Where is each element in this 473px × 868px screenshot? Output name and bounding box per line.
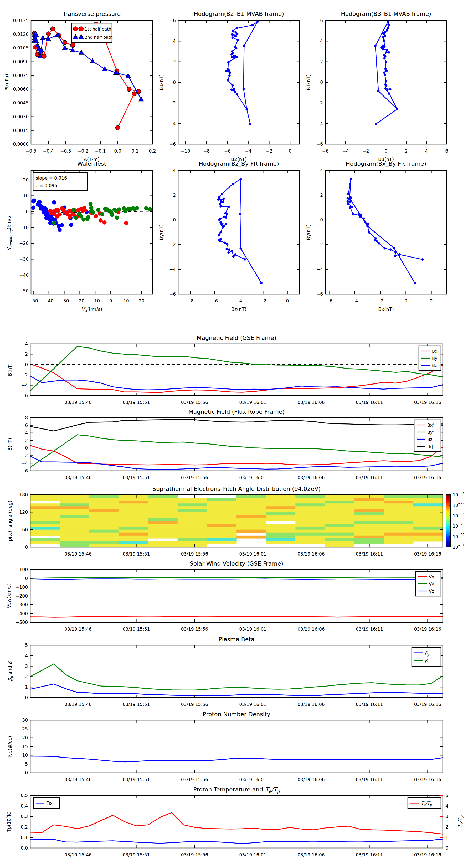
y-tick-label: −6 (169, 291, 176, 297)
y-tick-label: −6 (169, 142, 176, 147)
y-tick-label: 6 (320, 18, 323, 23)
legend: Bx'By'Bz'|B| (414, 420, 441, 452)
y-tick-label: 0.4 (21, 803, 28, 809)
y-axis-label: B(nT) (7, 363, 12, 376)
x-tick-label: 6 (445, 148, 448, 154)
x-tick-label: 03/19 16:11 (356, 400, 383, 405)
x-tick-label: 03/19 15:56 (181, 777, 208, 782)
colorbar-tick-label: 10−29 (453, 522, 465, 529)
axes-frame (30, 720, 443, 773)
y-tick-label: 3 (25, 663, 28, 669)
x-tick-label: −0.4 (43, 148, 54, 154)
y-tick-label: −2 (21, 453, 28, 458)
y-tick-label: −200 (15, 593, 28, 599)
y-tick-label: 180 (20, 492, 28, 497)
y-tick-label: 0.0000 (13, 142, 29, 147)
panel-title: Suprathermal Electrons Pitch Angle Distr… (153, 486, 320, 492)
x-tick-label: 2 (430, 298, 433, 304)
y-axis-label: pitch angle (deg) (7, 500, 12, 541)
panel-np: 03/19 15:4603/19 15:5103/19 15:5603/19 1… (7, 711, 443, 782)
y-tick-label: −300 (15, 602, 28, 607)
panel-title: WalenTest (77, 160, 106, 167)
legend-item-label: Vz (429, 589, 434, 594)
legend-item-label: |B| (427, 444, 433, 449)
panel-hodogram_bzby: −8−6−4−20−6−4−2024Hodogram(Bz_By FR fram… (159, 160, 300, 312)
y-tick-label: 10 (22, 752, 28, 758)
y-tick-label: 4 (320, 168, 323, 173)
x-tick-label: 03/19 15:46 (64, 551, 92, 557)
x-tick-label: −4 (351, 298, 358, 304)
y-tick-label: −6 (21, 468, 28, 473)
y-tick-label: −30 (19, 256, 29, 262)
x-tick-label: −0.2 (77, 148, 88, 154)
legend-item-label: Vx (429, 575, 434, 580)
x-tick-label: −2 (266, 148, 272, 154)
legend-item-label: Bx' (427, 423, 434, 428)
colorbar-tick-label: 10−26 (453, 491, 465, 497)
x-tick-label: 0 (286, 298, 289, 304)
panel-title: Magnetic Field (GSE Frame) (197, 335, 276, 341)
panel-title: Plasma Beta (218, 636, 255, 643)
y-axis-label: B1(nT) (306, 74, 311, 90)
y-tick-label: 100 (20, 567, 28, 572)
y-tick-label: 120 (20, 509, 28, 515)
panel-title: Magnetic Field (Flux Rope Frame) (189, 408, 284, 415)
y-tick-label-right: 3 (445, 814, 448, 819)
panel-title: Hodogram(Bz_By FR frame) (199, 160, 279, 167)
legend: βpβ (412, 647, 441, 666)
legend-item-label: Tp (46, 801, 52, 806)
legend-item-label: Bz (432, 363, 437, 368)
heatmap-cells (30, 495, 443, 547)
y-tick-label: 4 (25, 430, 28, 436)
x-tick-label: 03/19 16:06 (298, 852, 325, 858)
x-tick-label: 03/19 16:16 (414, 475, 441, 480)
x-tick-label: 03/19 16:16 (414, 400, 441, 405)
y-tick-label: −400 (15, 611, 28, 616)
x-tick-label: 03/19 15:56 (181, 626, 208, 632)
y-tick-label: 6 (173, 18, 176, 23)
y-tick-label: −2 (316, 242, 323, 247)
y-tick-label: −10 (19, 225, 29, 230)
y-tick-label: 0.5 (21, 793, 28, 798)
panel-tp: 03/19 15:4603/19 15:5103/19 15:5603/19 1… (5, 786, 464, 858)
y-tick-label: 0.0030 (13, 114, 29, 119)
y-tick-label-right: 5 (445, 793, 448, 798)
y-tick-label: 8 (25, 415, 28, 420)
legend-item-label: By (432, 356, 437, 361)
y-tick-label: 2 (25, 351, 28, 357)
x-tick-label: 03/19 16:11 (356, 626, 383, 632)
y-tick-label: −4 (21, 461, 28, 466)
panel-hodogram_b3b1: −6−4−20246−6−4−20246Hodogram(B3_B1 MVAB … (306, 10, 448, 162)
y-tick-label: 20 (23, 177, 29, 183)
y-tick-label: 0 (26, 209, 29, 214)
y-tick-label: 0.0105 (13, 45, 29, 51)
y-axis-label: Pt(nPa) (4, 74, 9, 91)
y-tick-label: 4 (173, 168, 176, 173)
x-tick-label: 03/19 16:16 (414, 852, 441, 858)
x-tick-label: 03/19 15:51 (123, 551, 150, 557)
x-tick-label: 03/19 16:06 (298, 400, 325, 405)
x-tick-label: −6 (326, 298, 332, 304)
axes-frame (30, 796, 443, 848)
y-tick-label: 0.0 (21, 845, 28, 850)
x-tick-label: −2 (260, 298, 266, 304)
y-tick-label: 2 (173, 192, 176, 198)
y-tick-label: 0.0135 (13, 18, 29, 23)
y-tick-label: 20 (22, 735, 28, 740)
x-tick-label: 03/19 15:46 (64, 777, 92, 782)
y-tick-label: 0.0015 (13, 128, 29, 133)
y-tick-label: 0 (320, 80, 323, 85)
panel-title: Proton Number Density (203, 711, 270, 717)
y-tick-label: 0 (25, 695, 28, 700)
x-tick-label: −8 (187, 298, 194, 304)
panel-beta: 03/19 15:4603/19 15:5103/19 15:5603/19 1… (7, 636, 443, 707)
y-tick-label: −6 (316, 291, 323, 297)
x-tick-label: 10 (123, 298, 129, 304)
y-tick-label: 0.2 (21, 824, 28, 830)
x-tick-label: 03/19 16:01 (239, 702, 266, 707)
y-axis-label: Vsw(km/s) (6, 583, 11, 608)
x-tick-label: 03/19 16:11 (356, 475, 383, 480)
y-tick-label: −40 (19, 273, 29, 278)
x-tick-label: 2 (405, 148, 408, 154)
panel-mag_fr: 03/19 15:4603/19 15:5103/19 15:5603/19 1… (7, 408, 443, 480)
